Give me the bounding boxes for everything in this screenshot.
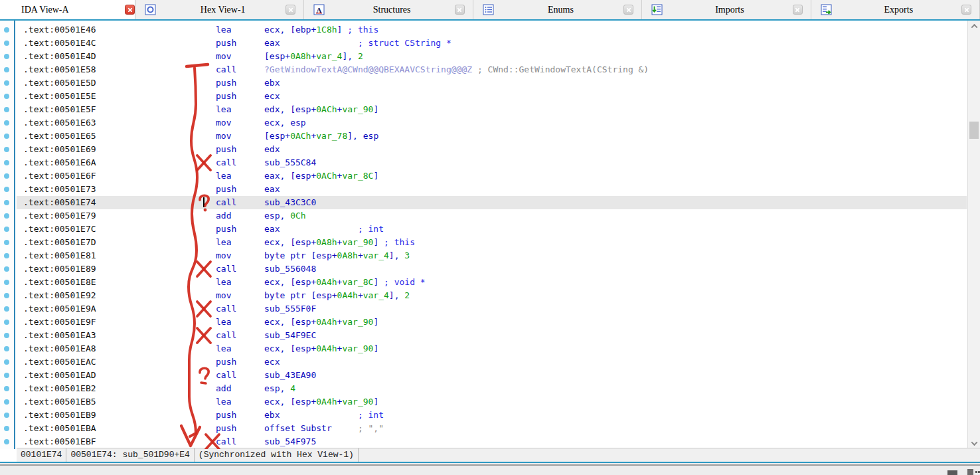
- code-line[interactable]: .text:00501E6Acallsub_555C84: [17, 156, 967, 169]
- operand: [esp+: [264, 51, 290, 61]
- nav-dot: [4, 426, 9, 431]
- address: .text:00501EBF: [23, 435, 216, 448]
- operand: sub_54F975: [264, 436, 316, 446]
- code-line[interactable]: .text:00501E73pusheax: [17, 183, 967, 196]
- tab-close-button[interactable]: [793, 5, 803, 15]
- scroll-up-button[interactable]: [968, 21, 980, 32]
- operand: ecx: [264, 91, 280, 101]
- address: .text:00501EA8: [23, 342, 216, 355]
- partial-taskbar-icon: [947, 470, 957, 475]
- scrollbar-thumb[interactable]: [969, 122, 979, 139]
- status-bar: 00101E74 00501E74: sub_501D90+E4 (Synchr…: [17, 448, 980, 462]
- mnemonic: lea: [216, 23, 264, 37]
- operand: [esp+: [264, 131, 290, 141]
- operand: ]: [373, 277, 384, 287]
- imports-icon: [651, 4, 663, 15]
- code-line[interactable]: .text:00501EB9pushebx ; int: [17, 409, 967, 422]
- code-line[interactable]: .text:00501EA3callsub_54F9EC: [17, 329, 967, 342]
- code-line[interactable]: .text:00501E74callsub_43C3C0: [17, 196, 967, 209]
- nav-dot: [4, 266, 9, 272]
- code-line[interactable]: .text:00501E79addesp, 0Ch: [17, 209, 967, 223]
- mnemonic: mov: [216, 50, 264, 63]
- status-offset: 00101E74: [17, 448, 66, 462]
- code-line[interactable]: .text:00501E8Eleaecx, [esp+0A4h+var_8C] …: [17, 276, 967, 289]
- operand: ]: [337, 25, 348, 35]
- code-line[interactable]: .text:00501E4Cpusheax ; struct CString *: [17, 37, 967, 50]
- tab-close-button[interactable]: [286, 5, 295, 15]
- mnemonic: push: [216, 76, 264, 90]
- code-line[interactable]: .text:00501EA8leaecx, [esp+0A4h+var_90]: [17, 342, 967, 355]
- code-line[interactable]: .text:00501E69pushedx: [17, 143, 967, 156]
- nav-dot: [4, 227, 9, 232]
- code-line[interactable]: .text:00501E6Fleaeax, [esp+0ACh+var_8C]: [17, 169, 967, 183]
- code-line[interactable]: .text:00501E5Epushecx: [17, 90, 967, 103]
- tab-enums[interactable]: Enums: [473, 0, 642, 19]
- code-line[interactable]: .text:00501E58call?GetWindowTextA@CWnd@@…: [17, 63, 967, 76]
- operand: ]: [373, 171, 378, 181]
- code-line[interactable]: .text:00501EACpushecx: [17, 355, 967, 369]
- tab-close-button[interactable]: [623, 5, 633, 15]
- code-line[interactable]: .text:00501E92movbyte ptr [esp+0A4h+var_…: [17, 289, 967, 302]
- code-line[interactable]: .text:00501EBApushoffset Substr ; ",": [17, 422, 967, 435]
- operand: sub_555C84: [264, 157, 316, 167]
- address: .text:00501EB9: [23, 409, 216, 422]
- status-address: 00501E74: sub_501D90+E4: [66, 448, 194, 462]
- code-line[interactable]: .text:00501EB5leaecx, [esp+0A4h+var_90]: [17, 395, 967, 409]
- code-line[interactable]: .text:00501E7Cpusheax ; int: [17, 223, 967, 236]
- code-line[interactable]: .text:00501E89callsub_556048: [17, 262, 967, 276]
- operand: 2: [404, 290, 410, 300]
- vertical-scrollbar[interactable]: [967, 21, 980, 449]
- operand: esp,: [264, 211, 290, 221]
- operand: offset Substr: [264, 423, 358, 433]
- nav-dot: [4, 54, 9, 59]
- tab-close-button[interactable]: [455, 5, 465, 15]
- operand: var_78: [316, 131, 347, 141]
- tab-exports[interactable]: Exports: [811, 0, 980, 19]
- tab-close-button[interactable]: [125, 5, 135, 15]
- code-line[interactable]: .text:00501E46leaecx, [ebp+1C8h] ; this: [17, 23, 967, 37]
- code-line[interactable]: .text:00501E81movbyte ptr [esp+0A8h+var_…: [17, 249, 967, 262]
- code-line[interactable]: .text:00501E5Dpushebx: [17, 76, 967, 90]
- mnemonic: push: [216, 183, 264, 196]
- mnemonic: call: [216, 329, 264, 342]
- hex-view-icon: [145, 4, 156, 15]
- operand: ],: [342, 51, 357, 61]
- code-line[interactable]: .text:00501E9Acallsub_555F0F: [17, 302, 967, 316]
- mnemonic: mov: [216, 289, 264, 302]
- mnemonic: lea: [216, 395, 264, 409]
- operand: 4: [290, 383, 295, 393]
- ida-tab-bar: IDA View-AHex View-1AStructuresEnumsImpo…: [0, 0, 980, 21]
- operand: var_8C: [342, 171, 373, 181]
- code-line[interactable]: .text:00501E65mov[esp+0ACh+var_78], esp: [17, 130, 967, 143]
- tab-hex-view-1[interactable]: Hex View-1: [135, 0, 304, 19]
- code-line[interactable]: .text:00501E4Dmov[esp+0A8h+var_4], 2: [17, 50, 967, 63]
- chevron-up-icon: [971, 24, 977, 31]
- operand: ecx, [ebp+: [264, 25, 316, 35]
- code-line[interactable]: .text:00501EADcallsub_43EA90: [17, 369, 967, 382]
- tab-imports[interactable]: Imports: [642, 0, 811, 19]
- mnemonic: lea: [216, 236, 264, 249]
- operand: ebx: [264, 410, 358, 420]
- tab-structures[interactable]: AStructures: [304, 0, 473, 19]
- code-line[interactable]: .text:00501EBFcallsub_54F975: [17, 435, 967, 448]
- nav-dot: [4, 147, 9, 152]
- code-line[interactable]: .text:00501E63movecx, esp: [17, 116, 967, 130]
- operand: 3: [404, 250, 410, 260]
- operand: ],: [389, 250, 404, 260]
- nav-dot: [4, 320, 9, 325]
- tab-close-button[interactable]: [961, 5, 971, 15]
- operand: var_4: [363, 290, 389, 300]
- address: .text:00501E46: [23, 23, 216, 37]
- disassembly-area[interactable]: .text:00501E46leaecx, [ebp+1C8h] ; this.…: [17, 21, 967, 449]
- code-line[interactable]: .text:00501E9Fleaecx, [esp+0A4h+var_90]: [17, 316, 967, 329]
- operand: esp,: [264, 383, 290, 393]
- code-line[interactable]: .text:00501E5Fleaedx, [esp+0ACh+var_90]: [17, 103, 967, 116]
- nav-dot: [4, 293, 9, 298]
- code-line[interactable]: .text:00501EB2addesp, 4: [17, 382, 967, 395]
- mnemonic: call: [216, 63, 264, 76]
- mnemonic: call: [216, 262, 264, 276]
- address: .text:00501E74: [23, 196, 216, 209]
- code-line[interactable]: .text:00501E7Dleaecx, [esp+0A8h+var_90] …: [17, 236, 967, 249]
- mnemonic: call: [216, 369, 264, 382]
- tab-ida-view-a[interactable]: IDA View-A: [0, 0, 135, 19]
